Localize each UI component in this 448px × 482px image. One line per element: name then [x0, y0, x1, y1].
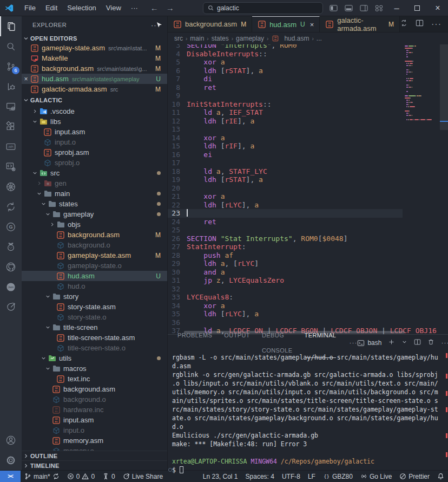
open-editors-header[interactable]: OPEN EDITORS: [22, 34, 167, 43]
tree-folder-item[interactable]: libs: [22, 116, 167, 127]
tree-file-item[interactable]: 1001background.asmM: [22, 230, 167, 240]
open-editor-item[interactable]: MakefileM: [22, 53, 167, 63]
breadcrumb-item[interactable]: src: [174, 35, 183, 42]
tree-file-item[interactable]: 1001hud.asmU: [22, 271, 167, 281]
tree-folder-item[interactable]: main: [22, 188, 167, 199]
tree-folder-item[interactable]: .vscode: [22, 106, 167, 116]
open-editor-item[interactable]: 1001galactic-armada.asmsrcM: [22, 84, 167, 94]
tree-file-item[interactable]: 1001background.asm: [22, 384, 167, 394]
editor-tab[interactable]: 1001hud.asmU×: [252, 16, 320, 32]
breadcrumb-item[interactable]: hud.asm: [284, 35, 309, 42]
tree-file-item[interactable]: sprobj.o: [22, 158, 167, 168]
menu-edit[interactable]: Edit: [41, 0, 62, 16]
tree-file-item[interactable]: 1001memory.asm: [22, 435, 167, 446]
minimize-button[interactable]: ─: [386, 0, 407, 16]
tree-file-item[interactable]: gameplay-state.o: [22, 260, 167, 271]
activity-sync-icon[interactable]: [0, 197, 22, 217]
toggle-sidebar-icon[interactable]: [326, 0, 341, 16]
tree-file-item[interactable]: input.o: [22, 137, 167, 147]
activity-run-debug-icon[interactable]: [0, 76, 22, 96]
activity-github-icon[interactable]: [0, 257, 22, 277]
tree-file-item[interactable]: background.o: [22, 240, 167, 250]
open-editor-item[interactable]: 1001gameplay-state.asmsrc\main\stat...M: [22, 43, 167, 53]
terminal-shell-item[interactable]: bash: [357, 339, 381, 347]
tree-file-item[interactable]: 1001text.inc: [22, 374, 167, 384]
open-editor-item[interactable]: 1001background.asmsrc\main\states\g...M: [22, 63, 167, 74]
breadcrumb-item[interactable]: states: [212, 35, 229, 42]
timeline-header[interactable]: TIMELINE: [22, 460, 167, 470]
terminal-dropdown-icon[interactable]: [401, 339, 407, 347]
tree-file-item[interactable]: story-state.o: [22, 312, 167, 322]
minimap[interactable]: [405, 45, 439, 121]
tree-file-item[interactable]: 1001story-state.asm: [22, 302, 167, 312]
activity-gitlens-icon[interactable]: G: [0, 217, 22, 237]
new-terminal-icon[interactable]: [388, 338, 395, 347]
menu-view[interactable]: View: [101, 0, 126, 16]
open-changes-icon[interactable]: [400, 19, 408, 29]
close-button[interactable]: ×: [427, 0, 448, 16]
outline-header[interactable]: OUTLINE: [22, 451, 167, 460]
activity-code-gear-icon[interactable]: [0, 157, 22, 177]
status-live-share[interactable]: Live Share: [119, 471, 167, 482]
activity-json-icon[interactable]: Json: [0, 277, 22, 297]
terminal-input-line[interactable]: $: [172, 466, 448, 474]
panel-more-actions-icon[interactable]: ···: [441, 339, 448, 347]
tree-file-item[interactable]: 1001input.asm: [22, 127, 167, 137]
activity-remote-explorer-icon[interactable]: [0, 96, 22, 116]
tree-file-item[interactable]: 1001gameplay-state.asmM: [22, 250, 167, 260]
tree-folder-item[interactable]: utils: [22, 353, 167, 363]
activity-kubernetes-icon[interactable]: [0, 177, 22, 197]
tree-file-item[interactable]: input.o: [22, 425, 167, 435]
activity-rest-api-icon[interactable]: /API: [0, 136, 22, 157]
menu-file[interactable]: File: [19, 0, 41, 16]
tree-file-item[interactable]: 1001hardware.inc: [22, 405, 167, 415]
split-terminal-icon[interactable]: [414, 338, 421, 347]
nav-back-icon[interactable]: ←: [150, 3, 159, 12]
tree-file-item[interactable]: background.o: [22, 394, 167, 405]
nav-forward-icon[interactable]: →: [166, 3, 174, 12]
breadcrumb-item[interactable]: ...: [317, 35, 322, 42]
tree-folder-item[interactable]: story: [22, 291, 167, 302]
activity-search-icon[interactable]: [0, 36, 22, 56]
tree-folder-item[interactable]: src: [22, 168, 167, 178]
command-decoration-icon[interactable]: [168, 468, 172, 472]
overview-ruler[interactable]: [440, 44, 448, 334]
status-0[interactable]: 0: [98, 471, 119, 482]
status-main-[interactable]: main*: [21, 471, 63, 482]
tree-folder-item[interactable]: objs: [22, 219, 167, 230]
tree-folder-item[interactable]: gen: [22, 178, 167, 188]
remote-indicator[interactable]: ><: [0, 471, 21, 482]
tree-file-item[interactable]: 1001sprobj.asm: [22, 147, 167, 158]
tree-file-item[interactable]: hud.o: [22, 281, 167, 291]
activity-explorer-icon[interactable]: [0, 16, 22, 36]
editor-tab[interactable]: 1001background.asmM: [168, 16, 252, 32]
close-tab-icon[interactable]: ×: [310, 21, 314, 29]
breadcrumb-item[interactable]: gameplay: [236, 35, 264, 42]
editor-more-actions-icon[interactable]: ···: [431, 19, 442, 29]
panel-more-icon[interactable]: ···: [349, 339, 357, 347]
tree-file-item[interactable]: 1001title-screen-state.asm: [22, 333, 167, 343]
activity-settings-icon[interactable]: [0, 450, 22, 470]
command-center-search[interactable]: galactic: [203, 2, 323, 14]
breadcrumb-item[interactable]: main: [190, 35, 204, 42]
tree-folder-item[interactable]: states: [22, 199, 167, 209]
open-editor-item[interactable]: ×1001hud.asmsrc\main\states\gameplayU: [22, 74, 167, 84]
kill-terminal-icon[interactable]: [427, 338, 434, 347]
toggle-secondary-sidebar-icon[interactable]: [356, 0, 371, 16]
customize-layout-icon[interactable]: [371, 0, 386, 16]
activity-source-control-icon[interactable]: 6: [0, 56, 22, 76]
close-editor-icon[interactable]: ×: [22, 75, 30, 83]
activity-extensions-icon[interactable]: [0, 116, 22, 136]
maximize-button[interactable]: [407, 0, 427, 16]
editor-tab[interactable]: 1001galactic-armada.asmM: [320, 16, 400, 32]
tree-folder-item[interactable]: title-screen: [22, 322, 167, 333]
tree-file-item[interactable]: title-screen-state.o: [22, 343, 167, 353]
split-editor-icon[interactable]: [416, 19, 424, 29]
activity-account-icon[interactable]: [0, 430, 22, 450]
tree-folder-item[interactable]: gameplay: [22, 209, 167, 219]
terminal[interactable]: rgbasm -L -o src/main/states/gameplay/hu…: [168, 351, 448, 474]
tree-file-item[interactable]: 1001input.asm: [22, 415, 167, 425]
code-editor[interactable]: 3SECTION "Interrupts", ROM04DisableInter…: [168, 44, 448, 334]
project-header[interactable]: GALACTIC: [22, 94, 167, 106]
toggle-panel-icon[interactable]: [341, 0, 356, 16]
